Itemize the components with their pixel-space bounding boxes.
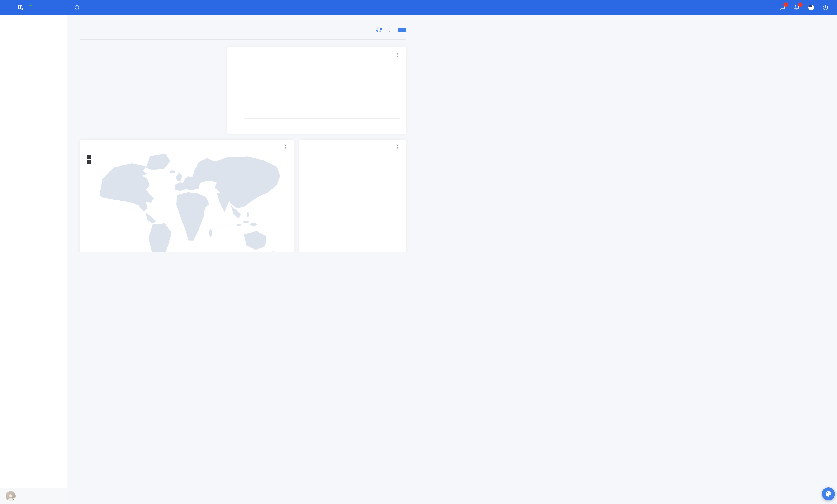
y-axis	[233, 67, 241, 119]
more-vertical-icon[interactable]	[395, 145, 400, 150]
sidebar	[0, 15, 67, 252]
donut-chart	[332, 157, 374, 200]
source-medium-card	[300, 139, 406, 252]
more-vertical-icon[interactable]	[283, 145, 288, 150]
page-header	[79, 25, 406, 33]
refresh-icon	[376, 27, 381, 33]
search-icon	[74, 5, 80, 11]
search-box[interactable]	[74, 5, 140, 11]
pro-badge	[29, 5, 33, 6]
filter-button[interactable]	[387, 27, 392, 33]
header-divider	[79, 39, 406, 40]
world-map-svg	[85, 152, 288, 252]
brand[interactable]	[17, 4, 66, 12]
map-zoom-out-button[interactable]	[87, 160, 91, 165]
realtime-map-card	[79, 139, 294, 252]
plot-area	[244, 67, 400, 119]
stats-grid	[79, 47, 221, 134]
more-vertical-icon[interactable]	[395, 52, 400, 57]
map-zoom-in-button[interactable]	[87, 154, 91, 159]
date-range-button[interactable]	[398, 27, 406, 32]
mira-logo-icon	[17, 4, 24, 12]
header-actions	[376, 27, 406, 33]
filter-icon	[387, 27, 392, 33]
refresh-button[interactable]	[376, 27, 381, 33]
top-navbar	[0, 0, 418, 15]
search-input[interactable]	[83, 5, 140, 10]
bar-chart	[227, 57, 406, 122]
mobile-desktop-card	[227, 47, 406, 134]
world-map	[85, 152, 288, 252]
main-content	[67, 15, 418, 252]
